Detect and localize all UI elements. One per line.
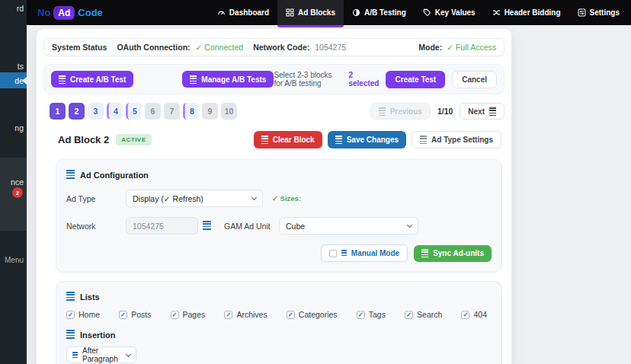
create-ab-test-label: Create A/B Test	[70, 75, 126, 84]
checkbox-label: Home	[78, 310, 100, 319]
nav-key-values[interactable]: Key Values	[415, 0, 484, 25]
checkbox-tags[interactable]: ✓ Tags	[357, 310, 386, 319]
previous-button[interactable]: Previous	[370, 103, 431, 120]
ad-configuration-card: Ad Configuration Ad Type Display (✓ Refr…	[56, 159, 502, 273]
page-button-1[interactable]: 1	[50, 103, 66, 120]
split-circle-icon	[352, 8, 360, 17]
page-button-2[interactable]: 2	[69, 103, 85, 120]
ab-selected-count: 2 selected	[348, 71, 379, 88]
chevron-down-icon	[407, 222, 412, 228]
checkbox-label: Pages	[183, 310, 206, 319]
status-title: System Status	[52, 43, 107, 52]
manual-mode-label: Manual Mode	[351, 249, 399, 257]
sliders-icon	[578, 8, 586, 17]
wp-menu-noadcode-label: de	[14, 76, 24, 85]
ad-type-settings-button[interactable]: Ad Type Settings	[412, 131, 501, 148]
shuffle-icon	[492, 8, 501, 17]
checkbox-search[interactable]: ✓ Search	[405, 310, 442, 319]
settings-icon	[420, 136, 427, 144]
page-button-8[interactable]: 8	[183, 103, 199, 120]
network-code-value: 1054275	[315, 43, 346, 52]
logo-ad: Ad	[53, 6, 75, 20]
checkbox-checked-icon: ✓	[357, 311, 365, 319]
lists-checkbox-row: ✓ Home ✓ Posts ✓ Pages ✓ Archives ✓ Cate…	[66, 310, 492, 319]
sync-ad-units-button[interactable]: Sync Ad-units	[414, 245, 492, 262]
ad-type-label: Ad Type	[66, 194, 126, 203]
nav-dashboard[interactable]: Dashboard	[209, 0, 277, 25]
nav-header-bidding[interactable]: Header Bidding	[484, 0, 569, 25]
gam-ad-unit-select[interactable]: Cube	[279, 217, 418, 235]
nav-label: Dashboard	[229, 8, 269, 17]
page-button-4[interactable]: 4	[107, 103, 123, 120]
checkbox-archives[interactable]: ✓ Archives	[224, 310, 267, 319]
network-code-input[interactable]: 1054275	[126, 217, 198, 235]
wp-admin-sidebar: rd ts de ng nce 2 Menu	[0, 0, 27, 364]
checkbox-label: Categories	[299, 310, 338, 319]
checkbox-posts[interactable]: ✓ Posts	[119, 310, 151, 319]
page-position: 1/10	[437, 107, 453, 116]
wp-menu-posts[interactable]: ts	[18, 62, 24, 71]
chevron-down-icon	[251, 195, 257, 200]
checkbox-checked-icon: ✓	[224, 311, 232, 319]
save-changes-button[interactable]: Save Changes	[328, 131, 406, 148]
manual-mode-toggle[interactable]: Manual Mode	[321, 244, 408, 262]
paragraph-icon	[72, 352, 78, 359]
cancel-button[interactable]: Cancel	[452, 71, 497, 88]
page-button-5[interactable]: 5	[126, 103, 142, 120]
clear-block-button[interactable]: Clear Block	[254, 131, 322, 148]
ad-type-select[interactable]: Display (✓ Refresh)	[126, 190, 263, 207]
checkbox-label: Tags	[369, 310, 386, 319]
ab-testing-toolbar: Create A/B Test Manage A/B Tests Select …	[43, 64, 504, 94]
sizes-label: ✓ Sizes:	[272, 194, 301, 203]
app-header: No Ad Code Dashboard Ad Blocks A/B Testi…	[27, 0, 631, 25]
manual-mode-checkbox[interactable]	[329, 250, 337, 257]
next-icon	[489, 107, 496, 116]
wp-collapse-menu[interactable]: Menu	[5, 256, 24, 264]
oauth-value: ✓ Connected	[196, 43, 244, 52]
page-button-3[interactable]: 3	[88, 103, 104, 120]
manage-ab-tests-button[interactable]: Manage A/B Tests	[182, 71, 274, 88]
nav-label: A/B Testing	[364, 8, 406, 17]
insertion-section-icon	[66, 330, 75, 340]
block-title: Ad Block 2	[58, 134, 109, 145]
gam-ad-unit-value: Cube	[286, 222, 305, 231]
mode-label: Mode:	[418, 43, 442, 52]
sync-icon	[421, 249, 428, 257]
next-button[interactable]: Next	[460, 103, 504, 120]
nav-settings[interactable]: Settings	[569, 0, 628, 25]
checkbox-checked-icon: ✓	[66, 311, 75, 319]
save-icon	[335, 136, 342, 144]
checkbox-categories[interactable]: ✓ Categories	[287, 310, 338, 319]
ad-type-settings-label: Ad Type Settings	[431, 136, 493, 144]
checkbox-404[interactable]: ✓ 404	[461, 310, 487, 319]
status-badge: ACTIVE	[116, 134, 151, 145]
checkbox-label: Archives	[236, 310, 267, 319]
tag-icon	[423, 8, 431, 17]
checkbox-checked-icon: ✓	[461, 311, 469, 319]
chevron-down-icon	[126, 351, 131, 356]
wp-menu-appearance[interactable]: nce	[11, 177, 24, 187]
clear-block-label: Clear Block	[273, 136, 315, 144]
nav-ad-blocks[interactable]: Ad Blocks	[277, 0, 344, 25]
ad-type-value: Display (✓ Refresh)	[133, 194, 203, 203]
trash-icon	[261, 136, 268, 144]
wp-menu-noadcode-active[interactable]: de	[0, 72, 27, 88]
insertion-position-select[interactable]: After Paragraph	[66, 346, 136, 363]
wp-menu-settings[interactable]: ng	[14, 123, 24, 133]
page-button-10[interactable]: 10	[221, 103, 237, 120]
ad-configuration-title: Ad Configuration	[80, 171, 149, 180]
manage-ab-tests-label: Manage A/B Tests	[201, 75, 266, 84]
create-test-button[interactable]: Create Test	[386, 71, 445, 88]
nav-label: Settings	[590, 8, 620, 17]
gauge-icon	[217, 8, 226, 17]
page-button-9[interactable]: 9	[202, 103, 218, 120]
page-button-6[interactable]: 6	[145, 103, 161, 120]
nav-ab-testing[interactable]: A/B Testing	[344, 0, 415, 25]
checkbox-pages[interactable]: ✓ Pages	[171, 310, 206, 319]
create-ab-test-button[interactable]: Create A/B Test	[51, 71, 133, 88]
lists-card: Lists ✓ Home ✓ Posts ✓ Pages ✓ Archives …	[56, 281, 502, 364]
page-button-7[interactable]: 7	[164, 103, 180, 120]
wp-menu-dashboard[interactable]: rd	[17, 4, 24, 13]
lists-title: Lists	[80, 292, 100, 302]
checkbox-home[interactable]: ✓ Home	[66, 310, 100, 319]
